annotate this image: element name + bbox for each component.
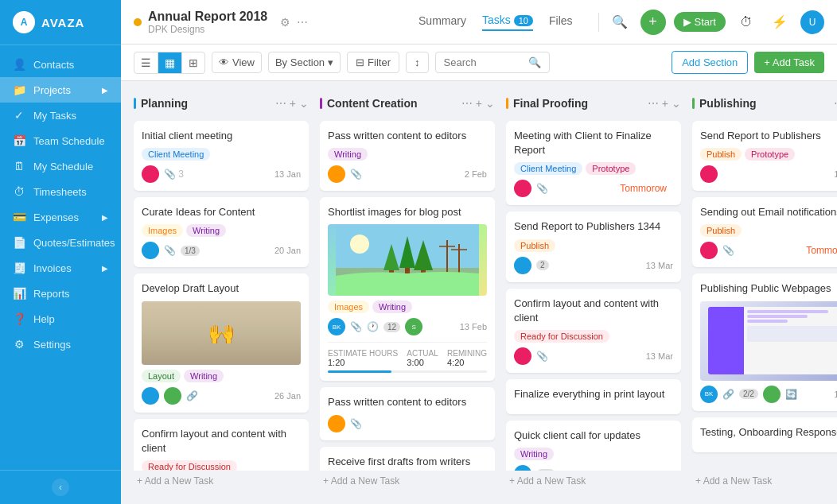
sidebar-collapse-button[interactable]: ‹ (52, 479, 69, 496)
contacts-icon: 👤 (13, 58, 25, 71)
user-avatar[interactable]: U (800, 10, 824, 34)
card-title: Send Report to Publishers (700, 129, 837, 143)
sidebar-item-projects[interactable]: 📁 Projects ▶ (0, 77, 121, 103)
card-confirm-layout-proofing[interactable]: Confirm layout and content with client R… (506, 289, 681, 373)
invoices-icon: 🧾 (13, 262, 25, 274)
card-pass-written-2[interactable]: Pass written content to editors 📎 (320, 387, 495, 440)
progress-bar-fill (328, 370, 391, 373)
col-add-icon[interactable]: + (662, 97, 668, 110)
screen-bar-3 (747, 320, 788, 323)
notification-icon[interactable]: ⚡ (767, 10, 792, 35)
sort-button[interactable]: ↕ (406, 52, 429, 73)
timer-icon[interactable]: ⏱ (734, 10, 759, 35)
col-expand-icon[interactable]: ⌄ (485, 97, 495, 110)
nav-summary[interactable]: Summary (418, 14, 466, 30)
card-publishing-webpages[interactable]: Publishing Public Webpages (692, 273, 837, 410)
card-initial-client-meeting[interactable]: Initial client meeting Client Meeting 📎 … (134, 121, 309, 191)
sidebar-item-timesheets[interactable]: ⏱ Timesheets (0, 179, 121, 204)
chevron-down-icon: ▾ (328, 56, 333, 68)
card-title: Finalize everything in print layout (514, 387, 673, 401)
tag-prototype: Prototype (745, 148, 795, 161)
card-date: 20 Jan (274, 246, 301, 255)
project-more-icon[interactable]: ⋯ (297, 16, 308, 29)
col-more-icon[interactable]: ⋯ (834, 97, 837, 110)
card-sending-email[interactable]: Sending out Email notifications Publish … (692, 197, 837, 267)
section-text: By Section (275, 56, 325, 68)
card-develop-draft-layout[interactable]: Develop Draft Layout 🙌 Layout Writing 🔗 (134, 273, 309, 412)
avatar (328, 165, 345, 183)
col-more-icon[interactable]: ⋯ (461, 97, 473, 110)
logo-area[interactable]: A AVAZA (0, 0, 121, 45)
sidebar-item-contacts[interactable]: 👤 Contacts (0, 52, 121, 77)
add-task-publishing[interactable]: + Add a New Task (692, 471, 837, 491)
sidebar-item-quotes[interactable]: 📄 Quotes/Estimates (0, 230, 121, 255)
progress-bar-wrap (328, 370, 487, 373)
add-task-proofing[interactable]: + Add a New Task (506, 471, 681, 491)
sidebar-item-settings[interactable]: ⚙ Settings (0, 331, 121, 357)
card-receive-drafts[interactable]: Receive first drafts from writers Layout… (320, 447, 495, 471)
sidebar-item-invoices[interactable]: 🧾 Invoices ▶ (0, 255, 121, 281)
sidebar-item-my-tasks[interactable]: ✓ My Tasks (0, 103, 121, 128)
col-border-proofing (506, 98, 508, 109)
board-view-button[interactable]: ▦ (158, 52, 182, 73)
logo-icon: A (13, 11, 35, 33)
col-expand-icon[interactable]: ⌄ (299, 97, 309, 110)
nav-files[interactable]: Files (549, 14, 573, 30)
search-button[interactable]: 🔍 (607, 10, 633, 35)
card-send-report-publishers[interactable]: Send Report to Publishers 1344 Publish 2… (506, 211, 681, 281)
attachment-icon: 📎 (536, 351, 548, 362)
card-send-report-pub[interactable]: Send Report to Publishers Publish Protot… (692, 121, 837, 191)
col-add-icon[interactable]: + (290, 97, 296, 110)
sidebar-item-team-schedule[interactable]: 📅 Team Schedule (0, 128, 121, 153)
main-area: Annual Report 2018 DPK Designs ⚙ ⋯ Summa… (121, 0, 837, 504)
add-task-button[interactable]: + Add Task (754, 52, 824, 73)
card-pass-written-content[interactable]: Pass written content to editors Writing … (320, 121, 495, 191)
card-title: Pass written content to editors (328, 129, 487, 143)
project-gear-icon[interactable]: ⚙ (280, 16, 290, 29)
col-title-content: Content Creation (327, 97, 418, 110)
card-quick-client-call[interactable]: Quick client call for updates Writing 1/… (506, 421, 681, 471)
card-shortlist-images[interactable]: Shortlist images for blog post (320, 197, 495, 381)
add-task-content[interactable]: + Add a New Task (320, 471, 495, 491)
col-add-icon[interactable]: + (476, 97, 482, 110)
avatar (700, 165, 718, 183)
search-input[interactable] (444, 56, 524, 68)
card-title: Receive first drafts from writers (328, 455, 487, 469)
col-border-publishing (692, 98, 695, 109)
add-button[interactable]: + (640, 10, 666, 35)
filter-icon: ⊟ (356, 56, 364, 68)
card-meeting-finalize[interactable]: Meeting with Client to Finalize Report C… (506, 121, 681, 205)
card-footer: 📎 Tommorow (514, 180, 673, 197)
card-curate-ideas[interactable]: Curate Ideas for Content Images Writing … (134, 197, 309, 267)
sidebar-item-my-schedule[interactable]: 🗓 My Schedule (0, 153, 121, 179)
add-task-planning[interactable]: + Add a New Task (134, 471, 309, 491)
sidebar-nav: 👤 Contacts 📁 Projects ▶ ✓ My Tasks 📅 Tea… (0, 45, 121, 470)
nav-tasks[interactable]: Tasks10 (482, 14, 533, 31)
filter-button[interactable]: ⊟ Filter (347, 52, 399, 73)
sidebar-item-help[interactable]: ❓ Help (0, 306, 121, 331)
col-more-icon[interactable]: ⋯ (275, 97, 286, 110)
card-title: Shortlist images for blog post (328, 205, 487, 219)
avatar (514, 257, 531, 274)
list-view-button[interactable]: ☰ (134, 52, 158, 73)
search-box[interactable]: 🔍 (435, 52, 550, 73)
section-select[interactable]: By Section ▾ (268, 52, 341, 73)
view-label[interactable]: 👁 View (212, 52, 262, 73)
add-section-button[interactable]: Add Section (672, 51, 748, 74)
filter-label: Filter (368, 56, 391, 68)
sidebar-item-expenses[interactable]: 💳 Expenses ▶ (0, 204, 121, 230)
attachment-icon: 📎 (350, 321, 362, 332)
card-date: 19 Apr (834, 169, 837, 179)
col-expand-icon[interactable]: ⌄ (672, 97, 681, 110)
invoices-arrow-icon: ▶ (102, 264, 108, 273)
column-publishing: Publishing ⋯ + ⌄ Send Report to Publishe… (692, 94, 837, 491)
tag-writing: Writing (514, 448, 554, 460)
grid-view-button[interactable]: ⊞ (182, 52, 204, 73)
sidebar-item-reports[interactable]: 📊 Reports (0, 281, 121, 306)
start-button[interactable]: ▶ Start (674, 12, 726, 32)
card-footer: 📎 13 Mar (514, 347, 673, 365)
card-testing-onboarding[interactable]: Testing, Onboarding Responses (692, 417, 837, 452)
card-confirm-layout-planning[interactable]: Confirm layout and content with client R… (134, 419, 309, 471)
card-finalize-print[interactable]: Finalize everything in print layout (506, 379, 681, 414)
col-more-icon[interactable]: ⋯ (648, 97, 659, 110)
